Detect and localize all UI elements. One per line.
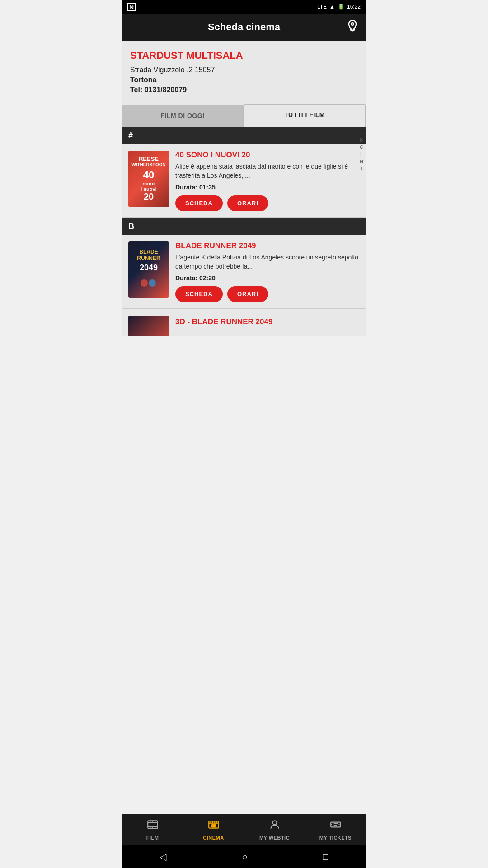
signal-icon: ▲: [329, 4, 335, 10]
movie-info-1: 40 SONO I NUOVI 20 Alice è appena stata …: [175, 151, 360, 211]
movie-info-2: BLADE RUNNER 2049 L'agente K della Poliz…: [175, 241, 360, 302]
battery-icon: 🔋: [338, 4, 344, 10]
tab-bar: FILM DI OGGI TUTTI I FILM: [122, 105, 366, 127]
scheda-button-2[interactable]: SCHEDA: [175, 286, 223, 302]
movie-card-2: BLADE RUNNER 2049 BLADE RUNNER 2049 L'ag…: [122, 235, 366, 309]
side-index-c[interactable]: C: [358, 144, 365, 150]
cinema-address: Strada Viguzzolo ,2 15057: [130, 66, 358, 74]
side-index-n[interactable]: N: [358, 158, 365, 165]
side-index: # B C L N T: [357, 127, 366, 174]
main-content: STARDUST MULTISALA Strada Viguzzolo ,2 1…: [122, 41, 366, 391]
tab-tutti-film[interactable]: TUTTI I FILM: [243, 104, 366, 127]
section-header-b: B: [122, 218, 366, 235]
poster-image-1: REESE WITHERSPOON 40 sono i nuovi 20: [128, 151, 169, 207]
app-header: Scheda cinema: [122, 14, 366, 41]
poster-partial: [128, 316, 169, 336]
movie-title-1: 40 SONO I NUOVI 20: [175, 151, 360, 160]
movie-poster-1: REESE WITHERSPOON 40 sono i nuovi 20: [128, 151, 169, 207]
status-right: LTE ▲ 🔋 16:22: [317, 4, 361, 10]
movie-card-partial: 3D - BLADE RUNNER 2049: [122, 309, 366, 336]
poster-image-2: BLADE RUNNER 2049: [128, 241, 169, 298]
movie-actions-1: SCHEDA ORARI: [175, 195, 360, 211]
side-index-t[interactable]: T: [358, 165, 365, 172]
movie-title-partial: 3D - BLADE RUNNER 2049: [175, 316, 272, 326]
movie-card-1: REESE WITHERSPOON 40 sono i nuovi 20 40 …: [122, 144, 366, 218]
side-index-l[interactable]: L: [358, 151, 365, 157]
movie-duration-1: Durata: 01:35: [175, 184, 360, 191]
section-header-hash: #: [122, 127, 366, 144]
movie-poster-2: BLADE RUNNER 2049: [128, 241, 169, 298]
duration-value-1: 01:35: [199, 184, 216, 191]
location-icon[interactable]: [346, 19, 359, 35]
movie-desc-2: L'agente K della Polizia di Los Angeles …: [175, 253, 360, 271]
tel-label: Tel:: [130, 86, 142, 94]
cinema-city: Tortona: [130, 76, 358, 84]
svg-point-1: [141, 279, 148, 287]
orari-button-1[interactable]: ORARI: [227, 195, 268, 211]
movie-desc-1: Alice è appena stata lasciata dal marito…: [175, 162, 360, 180]
tel-number: 0131/820079: [145, 86, 187, 94]
time-display: 16:22: [347, 4, 361, 10]
movie-title-2: BLADE RUNNER 2049: [175, 241, 360, 250]
movie-duration-2: Durata: 02:20: [175, 274, 360, 282]
side-index-b[interactable]: B: [358, 137, 365, 143]
svg-point-2: [149, 279, 156, 287]
cinema-info-section: STARDUST MULTISALA Strada Viguzzolo ,2 1…: [122, 41, 366, 105]
status-bar: N LTE ▲ 🔋 16:22: [122, 0, 366, 14]
tab-film-oggi[interactable]: FILM DI OGGI: [122, 105, 243, 127]
scheda-button-1[interactable]: SCHEDA: [175, 195, 223, 211]
duration-label-2: Durata:: [175, 274, 197, 282]
svg-point-0: [351, 23, 354, 25]
cinema-name: STARDUST MULTISALA: [130, 50, 358, 61]
duration-value-2: 02:20: [199, 274, 216, 282]
side-index-hash[interactable]: #: [358, 129, 365, 136]
cinema-tel: Tel: 0131/820079: [130, 86, 358, 94]
movies-section: # B C L N T # REESE WITHERSPOON 40 sono …: [122, 127, 366, 336]
n-logo: N: [127, 3, 136, 11]
page-title: Scheda cinema: [208, 21, 280, 33]
movie-actions-2: SCHEDA ORARI: [175, 286, 360, 302]
carrier-icon: LTE: [317, 4, 327, 10]
orari-button-2[interactable]: ORARI: [227, 286, 268, 302]
status-left: N: [127, 3, 136, 11]
duration-label-1: Durata:: [175, 184, 197, 191]
